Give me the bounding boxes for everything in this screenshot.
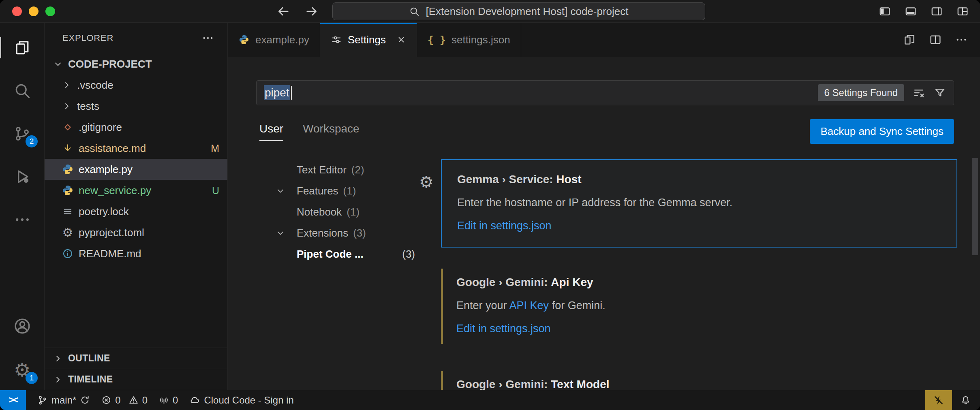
toggle-secondary-sidebar-icon[interactable]	[930, 5, 944, 17]
json-braces-icon: { }	[428, 34, 446, 46]
description-text: for Gemini.	[549, 299, 606, 312]
problems-status-item[interactable]: 0 0	[101, 395, 148, 406]
minimize-window-button[interactable]	[29, 6, 39, 16]
cloud-code-status-item[interactable]: Cloud Code - Sign in	[189, 395, 293, 406]
tab-settings[interactable]: Settings	[320, 23, 417, 57]
status-bar: >< main* 0 0 0	[0, 390, 980, 410]
tab-example-py[interactable]: example.py	[228, 23, 320, 57]
tree-item-label: CODE-PROJECT	[68, 58, 152, 70]
tree-item-new-service[interactable]: new_service.py U	[45, 180, 227, 201]
tree-item-pyproject[interactable]: ⚙ pyproject.toml	[45, 222, 227, 243]
zoom-window-button[interactable]	[45, 6, 55, 16]
toc-text-editor[interactable]: Text Editor (2)	[276, 159, 418, 180]
setting-description: Enter your API Key for Gemini.	[456, 299, 942, 312]
tree-item-tests[interactable]: tests	[45, 96, 227, 117]
tree-item-vscode[interactable]: .vscode	[45, 75, 227, 96]
search-activity-button[interactable]	[0, 82, 44, 100]
chevron-right-icon	[52, 354, 64, 363]
edit-in-settings-json-link[interactable]: Edit in settings.json	[457, 220, 552, 232]
warning-count: 0	[142, 395, 148, 406]
customize-layout-icon[interactable]	[956, 5, 969, 17]
tab-settings-json[interactable]: { } settings.json	[417, 23, 521, 57]
source-control-activity-button[interactable]: 2	[0, 125, 44, 143]
setting-category: Google › Gemini:	[456, 276, 551, 288]
ports-count: 0	[173, 395, 178, 406]
tree-item-gitignore[interactable]: .gitignore	[45, 117, 227, 138]
toggle-panel-icon[interactable]	[904, 5, 918, 17]
toc-features[interactable]: Features (1)	[276, 180, 418, 201]
more-views-button[interactable]	[0, 211, 44, 228]
settings-search-input[interactable]: pipet 6 Settings Found	[256, 80, 954, 105]
settings-list: ⚙ Gemma › Service: Host Enter the hostna…	[418, 159, 957, 390]
toc-label: Notebook	[297, 206, 342, 218]
chevron-down-icon	[52, 59, 64, 69]
cloud-icon	[189, 395, 200, 406]
clear-search-icon[interactable]	[912, 86, 925, 99]
outline-section-header[interactable]: OUTLINE	[45, 348, 227, 369]
timeline-section-header[interactable]: TIMELINE	[45, 369, 227, 390]
api-key-link[interactable]: API Key	[509, 299, 549, 312]
tree-item-label: .vscode	[77, 79, 113, 92]
split-editor-icon[interactable]	[929, 33, 942, 46]
branch-status-item[interactable]: main*	[37, 395, 90, 406]
close-window-button[interactable]	[12, 6, 22, 16]
tree-item-label: README.md	[79, 248, 141, 260]
setting-title: Google › Gemini: Api Key	[456, 276, 942, 289]
toc-count: (2)	[351, 164, 364, 176]
accounts-button[interactable]	[0, 317, 44, 335]
toc-label: Extensions	[297, 227, 348, 239]
manage-settings-button[interactable]: ⚙ 1	[0, 361, 44, 379]
setting-gemini-text-model[interactable]: Google › Gemini: Text Model	[441, 365, 957, 390]
chevron-right-icon	[52, 375, 64, 384]
setting-gear-icon[interactable]: ⚙	[419, 174, 434, 190]
more-actions-icon[interactable]	[955, 33, 968, 46]
setting-description: Enter the hostname or IP address for the…	[457, 196, 941, 209]
toc-pipet-code[interactable]: Pipet Code ... (3)	[276, 243, 418, 265]
setting-title: Google › Gemini: Text Model	[456, 378, 942, 390]
tree-item-poetry-lock[interactable]: poetry.lock	[45, 201, 227, 222]
tree-item-assistance[interactable]: assistance.md M	[45, 138, 227, 159]
run-debug-activity-button[interactable]	[0, 168, 44, 186]
tab-label: Settings	[348, 34, 386, 46]
toc-extensions[interactable]: Extensions (3)	[276, 222, 418, 243]
setting-category: Gemma › Service:	[457, 173, 556, 186]
scope-tab-workspace[interactable]: Workspace	[303, 122, 359, 141]
toc-notebook[interactable]: Notebook (1)	[276, 201, 418, 222]
settings-sliders-icon	[331, 34, 342, 45]
edit-in-settings-json-link[interactable]: Edit in settings.json	[456, 322, 551, 335]
tree-item-readme[interactable]: README.md	[45, 243, 227, 264]
notifications-bell-icon[interactable]	[960, 395, 971, 406]
chevron-down-icon	[276, 186, 297, 196]
editor-group: example.py Settings { } settings.json	[228, 23, 980, 390]
remote-indicator[interactable]: ><	[0, 390, 26, 410]
git-icon	[61, 122, 75, 133]
ports-status-item[interactable]: 0	[159, 395, 178, 406]
open-changes-icon[interactable]	[903, 33, 916, 46]
backup-sync-button[interactable]: Backup and Sync Settings	[810, 119, 954, 144]
git-status-badge: M	[211, 143, 219, 154]
profiling-status-item[interactable]	[925, 390, 952, 410]
settings-toc: Text Editor (2) Features (1) N	[228, 159, 418, 390]
explorer-more-actions-icon[interactable]	[201, 32, 214, 45]
filter-icon[interactable]	[933, 86, 946, 99]
settings-scope-row: User Workspace Backup and Sync Settings	[259, 119, 954, 144]
search-icon	[13, 82, 31, 100]
command-center[interactable]: [Extension Development Host] code-projec…	[332, 2, 705, 20]
sync-icon	[80, 395, 90, 405]
files-icon	[13, 39, 31, 57]
explorer-activity-button[interactable]	[0, 39, 44, 57]
tree-item-label: pyproject.toml	[79, 226, 144, 239]
tree-item-root[interactable]: CODE-PROJECT	[45, 53, 227, 75]
settings-editor: pipet 6 Settings Found User Worksp	[228, 57, 980, 390]
gear-icon: ⚙	[61, 226, 75, 239]
scrollbar-thumb[interactable]	[972, 158, 978, 255]
back-icon[interactable]	[276, 4, 290, 18]
scope-tab-user[interactable]: User	[259, 122, 283, 141]
forward-icon[interactable]	[305, 4, 319, 18]
setting-gemma-service-host[interactable]: Gemma › Service: Host Enter the hostname…	[441, 159, 957, 248]
tree-spacer	[45, 264, 227, 348]
toggle-sidebar-icon[interactable]	[878, 5, 892, 17]
setting-gemini-api-key[interactable]: Google › Gemini: Api Key Enter your API …	[441, 263, 957, 350]
close-tab-icon[interactable]	[396, 35, 406, 45]
tree-item-example[interactable]: example.py	[45, 159, 227, 180]
